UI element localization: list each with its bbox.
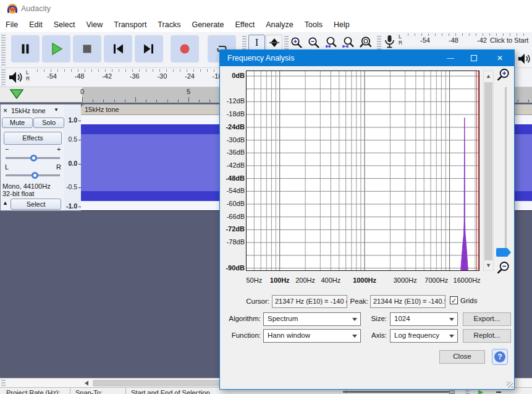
play-meter-scale-label: -48 xyxy=(75,72,85,80)
track-name-dropdown[interactable]: 15kHz tone xyxy=(11,107,46,114)
zoom-out-icon xyxy=(496,260,512,276)
play-head-marker-icon[interactable] xyxy=(9,88,25,100)
menu-effect[interactable]: Effect xyxy=(230,17,261,32)
size-select[interactable]: 1024 xyxy=(390,312,458,326)
plot-vertical-scrollbar[interactable]: ▲ ▼ xyxy=(483,71,494,271)
plot-zoom-slider[interactable] xyxy=(505,87,507,251)
track-ruler-label: 0.0 xyxy=(68,160,77,167)
chevron-down-icon xyxy=(352,335,357,338)
track-vertical-ruler[interactable]: 1.00.50.0-0.5-1.0 xyxy=(64,104,81,211)
help-button[interactable]: ? xyxy=(492,349,508,365)
envelope-tool-button[interactable] xyxy=(266,35,282,51)
skip-start-icon xyxy=(111,41,125,56)
mute-button[interactable]: Mute xyxy=(2,118,33,128)
timeline-number: 5 xyxy=(187,88,190,95)
record-meter-hint[interactable]: Click to Start xyxy=(490,36,528,44)
menu-view[interactable]: View xyxy=(80,17,108,32)
menu-transport[interactable]: Transport xyxy=(108,17,152,32)
fit-selection-button[interactable] xyxy=(323,35,339,51)
audacity-logo-icon xyxy=(6,2,19,15)
scroll-up-icon[interactable]: ▲ xyxy=(484,71,493,81)
record-button[interactable] xyxy=(171,35,199,62)
minus-icon[interactable] xyxy=(496,392,501,393)
zoom-toggle-button[interactable] xyxy=(357,35,374,51)
dialog-title-bar[interactable]: Frequency Analysis — ✕ xyxy=(220,50,514,66)
selection-tool-button[interactable]: I xyxy=(248,35,265,51)
plot-zoom-slider-thumb[interactable] xyxy=(496,248,511,257)
effects-button[interactable]: Effects xyxy=(4,132,62,145)
chevron-down-icon xyxy=(449,318,454,321)
plot-freq-label: 3000Hz xyxy=(394,276,417,284)
function-select[interactable]: Hann window xyxy=(263,329,361,343)
toolbar-grip[interactable] xyxy=(1,69,6,86)
collapse-track-icon[interactable]: ▲ xyxy=(2,200,8,206)
toolbar-grip[interactable] xyxy=(1,35,6,66)
zoom-out-button[interactable] xyxy=(305,35,322,51)
zoom-in-icon xyxy=(496,67,512,84)
axis-label: Axis: xyxy=(367,332,387,339)
playback-meter-button[interactable] xyxy=(7,70,23,87)
skip-to-start-button[interactable] xyxy=(104,35,132,62)
close-button[interactable]: Close xyxy=(439,350,485,364)
stop-icon xyxy=(80,41,95,56)
export-button[interactable]: Export... xyxy=(463,312,511,326)
play-button[interactable] xyxy=(42,35,70,62)
toolbar-grip[interactable] xyxy=(1,380,6,387)
scroll-left-icon[interactable] xyxy=(83,380,90,386)
pause-button[interactable] xyxy=(11,35,40,62)
plot-zoom-in-button[interactable] xyxy=(496,67,512,84)
size-value: 1024 xyxy=(394,315,410,322)
menu-help[interactable]: Help xyxy=(328,17,355,32)
gain-slider-thumb[interactable] xyxy=(30,155,37,161)
plot-freq-label: 50Hz xyxy=(246,276,262,284)
speed-slider[interactable] xyxy=(343,391,454,393)
statusbar-separator xyxy=(125,388,126,394)
record-meter-scale-label: -48 xyxy=(449,36,458,44)
chevron-down-icon xyxy=(449,335,454,338)
mixer-volume-button[interactable] xyxy=(517,52,531,67)
envelope-icon xyxy=(268,36,281,49)
play-meter-channel-l: L xyxy=(26,70,29,75)
dialog-resize-grip[interactable] xyxy=(507,382,513,388)
spectrum-plot[interactable] xyxy=(246,71,479,271)
menu-tools[interactable]: Tools xyxy=(299,17,328,32)
play-at-speed-icon[interactable] xyxy=(476,390,486,394)
plot-db-label: -42dB xyxy=(221,161,245,169)
plot-scroll-thumb[interactable] xyxy=(484,82,492,260)
toolbar-grip[interactable] xyxy=(465,390,470,394)
fit-project-button[interactable] xyxy=(340,35,357,51)
algorithm-select[interactable]: Spectrum xyxy=(263,312,361,326)
solo-button[interactable]: Solo xyxy=(33,118,64,128)
plot-db-label: -24dB xyxy=(221,123,245,131)
zoom-in-button[interactable] xyxy=(288,35,305,51)
menu-select[interactable]: Select xyxy=(48,17,81,32)
speed-slider-thumb[interactable] xyxy=(449,390,455,394)
spectrum-plot-canvas[interactable] xyxy=(246,71,479,271)
track-format-line2: 32-bit float xyxy=(2,190,34,197)
menu-edit[interactable]: Edit xyxy=(23,17,48,32)
stop-button[interactable] xyxy=(73,35,101,62)
grids-checkbox[interactable]: ✓ xyxy=(450,296,458,304)
plot-freq-label: 400Hz xyxy=(321,276,340,284)
track-select-button[interactable]: Select xyxy=(11,199,61,210)
algorithm-label: Algorithm: xyxy=(220,315,261,322)
minimize-button[interactable]: — xyxy=(439,50,462,66)
menu-tracks[interactable]: Tracks xyxy=(152,17,186,32)
menu-file[interactable]: File xyxy=(0,17,23,32)
replot-button[interactable]: Replot... xyxy=(463,329,511,343)
play-meter-scale-label: -30 xyxy=(157,72,167,80)
function-label: Function: xyxy=(220,332,261,339)
gain-plus-label: + xyxy=(57,145,61,153)
menu-analyze[interactable]: Analyze xyxy=(260,17,298,32)
menu-generate[interactable]: Generate xyxy=(186,17,229,32)
pan-slider-thumb[interactable] xyxy=(32,172,38,179)
close-window-button[interactable]: ✕ xyxy=(488,50,512,66)
skip-to-end-button[interactable] xyxy=(135,35,163,62)
plot-zoom-out-button[interactable] xyxy=(496,260,512,276)
scroll-down-icon[interactable]: ▼ xyxy=(484,260,493,270)
maximize-button[interactable] xyxy=(462,50,486,66)
track-menu-arrow-icon[interactable]: ▼ xyxy=(54,107,59,113)
track-close-icon[interactable]: × xyxy=(3,106,7,115)
timeline-tick xyxy=(103,100,104,102)
axis-select[interactable]: Log frequency xyxy=(390,329,458,343)
